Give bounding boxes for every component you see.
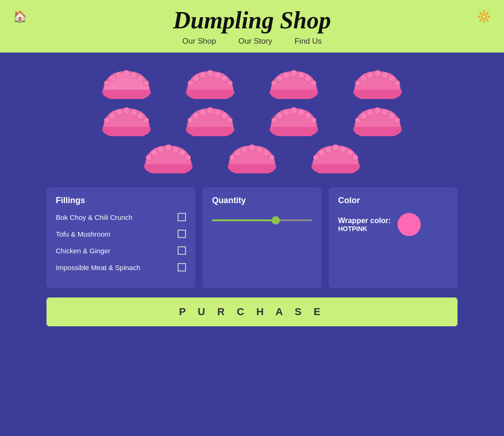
svg-point-84: [332, 145, 339, 151]
dumpling: [182, 66, 238, 99]
svg-point-86: [346, 150, 353, 156]
svg-point-28: [374, 70, 381, 77]
svg-point-12: [207, 70, 213, 77]
svg-point-75: [241, 146, 248, 153]
svg-point-85: [340, 146, 346, 153]
dumpling: [350, 66, 405, 99]
dumpling: [308, 141, 364, 173]
home-icon[interactable]: 🏠: [13, 10, 27, 23]
svg-point-17: [272, 80, 277, 86]
svg-point-81: [313, 155, 319, 160]
quantity-panel: Quantity: [203, 187, 321, 288]
svg-point-14: [221, 75, 227, 82]
main-content: Fillings Bok Choy & Chili Crunch Tofu & …: [0, 53, 504, 336]
svg-point-60: [374, 107, 381, 114]
svg-point-6: [137, 75, 144, 82]
svg-point-53: [298, 109, 305, 116]
svg-point-70: [179, 150, 186, 156]
filling-item-tofu: Tofu & Mushroom: [56, 230, 186, 238]
slider-container: [212, 215, 312, 223]
dumplings-row-2: [99, 104, 405, 136]
svg-point-44: [207, 107, 213, 114]
svg-point-58: [360, 112, 367, 119]
svg-point-10: [193, 75, 199, 82]
dumpling: [140, 141, 196, 173]
svg-point-38: [137, 112, 144, 119]
svg-point-45: [214, 109, 221, 116]
svg-point-23: [311, 80, 316, 86]
svg-point-18: [277, 75, 283, 82]
filling-checkbox-impossible[interactable]: [178, 263, 186, 271]
svg-point-39: [143, 118, 149, 123]
svg-point-7: [143, 80, 149, 86]
svg-point-19: [283, 72, 290, 79]
nav-our-shop[interactable]: Our Shop: [182, 37, 216, 46]
svg-point-78: [263, 150, 269, 156]
filling-checkbox-chicken[interactable]: [178, 246, 186, 255]
svg-point-66: [151, 150, 158, 156]
header-icons: 🏠 🔆: [0, 10, 504, 23]
svg-point-31: [394, 80, 400, 86]
svg-point-37: [131, 109, 137, 116]
svg-point-26: [360, 75, 367, 82]
svg-point-67: [158, 146, 164, 153]
svg-point-68: [165, 145, 172, 151]
svg-point-3: [116, 72, 122, 79]
svg-point-47: [227, 118, 232, 123]
quantity-title: Quantity: [212, 196, 312, 205]
nav-find-us[interactable]: Find Us: [294, 37, 322, 46]
filling-label-tofu: Tofu & Mushroom: [56, 230, 111, 238]
dumpling: [266, 104, 322, 136]
nav-our-story[interactable]: Our Story: [239, 37, 272, 46]
svg-point-82: [318, 150, 325, 156]
svg-point-20: [291, 70, 297, 77]
svg-point-61: [382, 109, 388, 116]
dumpling: [224, 141, 280, 173]
svg-point-27: [367, 72, 373, 79]
svg-point-29: [382, 72, 388, 79]
svg-point-87: [352, 155, 358, 160]
main-nav: Our Shop Our Story Find Us: [182, 37, 322, 46]
svg-point-65: [146, 155, 152, 160]
svg-point-11: [199, 72, 206, 79]
svg-point-83: [325, 146, 332, 153]
svg-point-22: [305, 75, 311, 82]
settings-icon[interactable]: 🔆: [477, 10, 491, 23]
svg-point-62: [388, 112, 395, 119]
svg-point-5: [131, 72, 137, 79]
filling-label-bok-choy: Bok Choy & Chili Crunch: [56, 213, 133, 221]
svg-point-49: [272, 118, 277, 123]
filling-label-chicken: Chicken & Ginger: [56, 247, 111, 255]
filling-checkbox-bok-choy[interactable]: [178, 213, 186, 221]
color-swatch: [398, 213, 421, 236]
svg-point-73: [230, 155, 235, 160]
svg-point-15: [227, 80, 232, 86]
svg-point-63: [394, 118, 400, 123]
svg-point-46: [221, 112, 227, 119]
dumpling: [99, 66, 154, 99]
svg-point-59: [367, 109, 373, 116]
svg-point-51: [283, 109, 290, 116]
svg-point-36: [123, 107, 130, 114]
svg-point-9: [188, 80, 193, 86]
quantity-slider[interactable]: [212, 219, 312, 221]
fillings-title: Fillings: [56, 196, 186, 205]
svg-point-69: [172, 146, 179, 153]
svg-point-21: [298, 72, 305, 79]
svg-point-4: [123, 70, 130, 77]
header: 🏠 🔆 Dumpling Shop Our Shop Our Story Fin…: [0, 0, 504, 53]
svg-point-41: [188, 118, 193, 123]
svg-point-33: [104, 118, 110, 123]
purchase-button[interactable]: P U R C H A S E: [46, 297, 458, 326]
svg-point-55: [311, 118, 316, 123]
svg-point-76: [249, 145, 255, 151]
filling-checkbox-tofu[interactable]: [178, 230, 186, 238]
svg-point-57: [355, 118, 361, 123]
dumplings-grid: [46, 66, 458, 173]
svg-point-79: [269, 155, 274, 160]
svg-point-35: [116, 109, 122, 116]
dumplings-row-1: [99, 66, 405, 99]
dumpling: [266, 66, 322, 99]
color-display: Wrapper color: HOTPINK: [338, 213, 448, 236]
dumpling: [99, 104, 154, 136]
